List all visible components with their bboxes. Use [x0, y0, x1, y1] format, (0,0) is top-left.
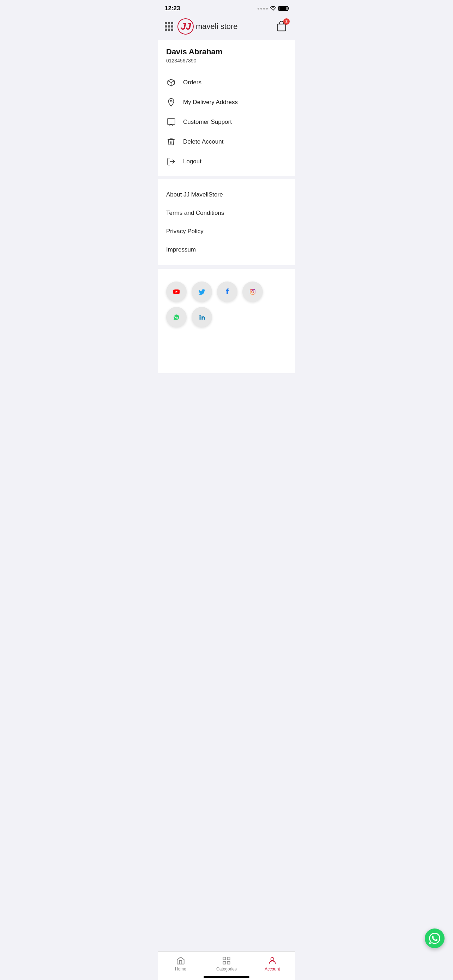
facebook-button[interactable] [217, 282, 237, 302]
menu-label-delivery: My Delivery Address [183, 99, 238, 106]
social-icons [166, 282, 287, 328]
location-icon [166, 97, 176, 107]
svg-point-10 [248, 287, 257, 297]
battery-icon [278, 6, 288, 11]
app-header: JJ maveli store 3 [158, 15, 295, 40]
svg-rect-4 [167, 119, 175, 124]
wifi-icon [270, 6, 276, 11]
cart-badge: 3 [283, 18, 290, 25]
user-name: Davis Abraham [166, 47, 287, 56]
signal-icon [257, 8, 268, 10]
links-section: About JJ MaveliStore Terms and Condition… [158, 183, 295, 261]
twitter-button[interactable] [192, 282, 212, 302]
instagram-button[interactable] [242, 282, 263, 302]
user-section: Davis Abraham 01234567890 [158, 40, 295, 73]
menu-item-logout[interactable]: Logout [158, 152, 295, 172]
svg-point-13 [254, 290, 254, 291]
status-icons [257, 6, 288, 11]
svg-point-17 [199, 315, 201, 316]
link-privacy[interactable]: Privacy Policy [158, 222, 295, 240]
svg-point-0 [273, 10, 273, 11]
menu-label-logout: Logout [183, 158, 202, 165]
menu-item-support[interactable]: Customer Support [158, 112, 295, 132]
chat-icon [166, 117, 176, 127]
menu-label-delete: Delete Account [183, 138, 223, 145]
status-bar: 12:23 [158, 0, 295, 15]
menu-label-support: Customer Support [183, 119, 232, 126]
trash-icon [166, 137, 176, 147]
linkedin-button[interactable] [192, 307, 212, 328]
logo-text: maveli store [196, 22, 238, 31]
section-divider-2 [158, 265, 295, 269]
svg-rect-1 [278, 24, 286, 31]
grid-menu-icon[interactable] [165, 22, 173, 31]
link-impressum[interactable]: Impressum [158, 240, 295, 259]
status-time: 12:23 [165, 5, 180, 12]
link-terms[interactable]: Terms and Conditions [158, 204, 295, 222]
user-phone: 01234567890 [166, 58, 287, 64]
menu-item-delivery[interactable]: My Delivery Address [158, 92, 295, 112]
main-content: Davis Abraham 01234567890 Orders My Deli… [158, 40, 295, 373]
youtube-button[interactable] [166, 282, 187, 302]
svg-rect-16 [200, 317, 201, 320]
svg-point-3 [170, 100, 172, 102]
cart-button[interactable]: 3 [275, 20, 288, 33]
whatsapp-social-button[interactable] [166, 307, 187, 328]
menu-item-delete[interactable]: Delete Account [158, 132, 295, 152]
link-about[interactable]: About JJ MaveliStore [158, 186, 295, 204]
social-section [158, 273, 295, 338]
logout-icon [166, 157, 176, 167]
header-left: JJ maveli store [165, 18, 238, 35]
section-divider [158, 176, 295, 179]
box-icon [166, 78, 176, 88]
app-logo: JJ maveli store [178, 18, 238, 35]
menu-label-orders: Orders [183, 79, 202, 86]
menu-item-orders[interactable]: Orders [158, 73, 295, 92]
logo-jj: JJ [178, 18, 194, 35]
